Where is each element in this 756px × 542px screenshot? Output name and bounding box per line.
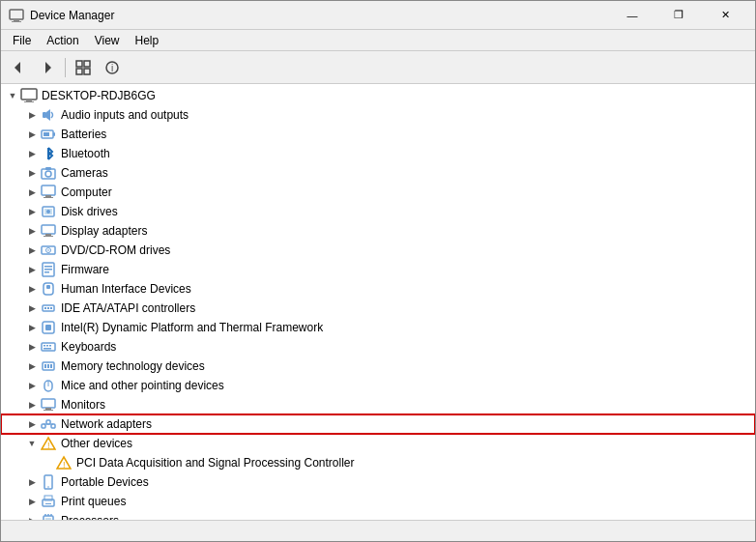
- expand-icon[interactable]: ▶: [24, 378, 40, 393]
- svg-rect-17: [44, 132, 49, 136]
- svg-text:!: !: [47, 441, 50, 450]
- svg-rect-20: [45, 167, 51, 170]
- list-item[interactable]: ▶ Processors: [1, 511, 755, 520]
- tree-root[interactable]: ▼ DESKTOP-RDJB6GG: [1, 86, 755, 105]
- list-item[interactable]: ▶ Print queues: [1, 492, 755, 511]
- expand-icon[interactable]: ▶: [24, 339, 40, 355]
- list-item[interactable]: ▶ Display adapters: [1, 221, 755, 241]
- memory-icon: [40, 357, 57, 375]
- bluetooth-icon: [40, 145, 57, 162]
- list-item[interactable]: ▶ Cameras: [1, 163, 755, 183]
- list-item[interactable]: ▶ ! PCI Data Acquisition and Signal Proc…: [1, 453, 755, 472]
- hid-icon: [40, 280, 57, 298]
- list-item[interactable]: ▶ Portable Devices: [1, 472, 755, 492]
- list-item[interactable]: ▶ DVD/CD-ROM drives: [1, 241, 755, 260]
- list-item[interactable]: ▶ Batteries: [1, 125, 755, 144]
- svg-rect-57: [45, 408, 51, 410]
- expand-icon[interactable]: ▶: [24, 397, 40, 413]
- item-label: Intel(R) Dynamic Platform and Thermal Fr…: [61, 321, 323, 334]
- list-item[interactable]: ▶ Human Interface Devices: [1, 279, 755, 299]
- list-item[interactable]: ▶ Memory technology devices: [1, 357, 755, 376]
- svg-rect-29: [44, 236, 53, 237]
- menu-action[interactable]: Action: [39, 32, 86, 49]
- expand-icon[interactable]: ▶: [24, 281, 40, 297]
- item-label: Mice and other pointing devices: [61, 379, 224, 392]
- svg-rect-56: [42, 399, 55, 408]
- item-label: Portable Devices: [61, 475, 149, 489]
- menu-help[interactable]: Help: [128, 32, 167, 49]
- pci-icon: !: [55, 454, 73, 471]
- menu-bar: File Action View Help: [1, 30, 755, 51]
- device-tree[interactable]: ▼ DESKTOP-RDJB6GG ▶: [1, 84, 755, 520]
- expand-icon[interactable]: ▶: [24, 513, 40, 520]
- list-item[interactable]: ▶ Intel(R) Dynamic Platform and Thermal …: [1, 318, 755, 337]
- expand-icon[interactable]: ▶: [24, 242, 40, 258]
- item-label: Audio inputs and outputs: [61, 108, 189, 122]
- list-item[interactable]: ▶ Computer: [1, 183, 755, 202]
- item-label: DVD/CD-ROM drives: [61, 243, 170, 257]
- close-button[interactable]: ✕: [703, 1, 747, 30]
- item-label: Firmware: [61, 263, 109, 276]
- disk-icon: [40, 203, 57, 220]
- network-adapters-item[interactable]: ▶ Network adapters: [1, 414, 755, 434]
- svg-rect-27: [42, 225, 55, 234]
- list-item[interactable]: ▶ Firmware: [1, 260, 755, 279]
- svg-rect-38: [46, 285, 50, 289]
- forward-button[interactable]: [34, 55, 61, 80]
- expand-icon[interactable]: ▶: [24, 127, 40, 142]
- dvd-icon: [40, 242, 57, 259]
- list-item[interactable]: ▶ Disk drives: [1, 202, 755, 221]
- list-item[interactable]: ▶ IDE ATA/ATAPI controllers: [1, 299, 755, 318]
- window-controls: — ❐ ✕: [610, 1, 747, 30]
- list-item[interactable]: ▶ Bluetooth: [1, 144, 755, 163]
- expand-icon[interactable]: ▶: [24, 204, 40, 219]
- back-button[interactable]: [5, 55, 32, 80]
- svg-rect-36: [44, 271, 49, 273]
- svg-rect-22: [45, 195, 51, 197]
- svg-point-19: [45, 171, 51, 177]
- print-icon: [40, 493, 57, 510]
- svg-rect-60: [46, 420, 50, 424]
- expand-icon[interactable]: ▶: [24, 107, 40, 123]
- svg-point-26: [46, 210, 50, 214]
- svg-rect-51: [44, 364, 46, 368]
- cameras-icon: [40, 164, 57, 182]
- expand-icon[interactable]: ▶: [24, 300, 40, 316]
- restore-button[interactable]: ❐: [656, 1, 701, 30]
- other-icon: !: [40, 435, 57, 452]
- svg-point-69: [47, 486, 49, 488]
- menu-file[interactable]: File: [5, 32, 39, 49]
- expand-icon[interactable]: ▶: [24, 165, 40, 181]
- svg-rect-59: [42, 424, 45, 428]
- item-label: Monitors: [61, 398, 105, 412]
- expand-icon[interactable]: ▶: [24, 185, 40, 200]
- expand-icon[interactable]: ▶: [24, 146, 40, 161]
- computer-icon: [40, 184, 57, 201]
- list-item[interactable]: ▶ Keyboards: [1, 337, 755, 357]
- list-item[interactable]: ▶ Audio inputs and outputs: [1, 105, 755, 125]
- expand-icon[interactable]: ▶: [24, 494, 40, 509]
- expand-icon[interactable]: ▶: [24, 223, 40, 239]
- list-item[interactable]: ▶ Mice and other pointing devices: [1, 376, 755, 395]
- firmware-icon: [40, 261, 57, 278]
- intel-icon: [40, 319, 57, 336]
- properties-button[interactable]: i: [99, 55, 126, 80]
- item-label: Batteries: [61, 128, 106, 141]
- device-manager-window: Device Manager — ❐ ✕ File Action View He…: [0, 0, 756, 542]
- item-label: PCI Data Acquisition and Signal Processi…: [76, 456, 354, 470]
- view-button[interactable]: [70, 55, 97, 80]
- menu-view[interactable]: View: [87, 32, 128, 49]
- expand-icon[interactable]: ▶: [24, 320, 40, 335]
- ide-icon: [40, 300, 57, 317]
- minimize-button[interactable]: —: [610, 1, 654, 30]
- root-expand-icon[interactable]: ▼: [5, 88, 20, 103]
- expand-icon[interactable]: ▶: [24, 474, 40, 490]
- expand-icon[interactable]: ▼: [24, 436, 40, 451]
- expand-icon[interactable]: ▶: [24, 358, 40, 374]
- expand-icon[interactable]: ▶: [24, 416, 40, 432]
- item-label: IDE ATA/ATAPI controllers: [61, 301, 195, 315]
- list-item[interactable]: ▼ ! Other devices: [1, 434, 755, 453]
- expand-icon[interactable]: ▶: [24, 262, 40, 277]
- list-item[interactable]: ▶ Monitors: [1, 395, 755, 414]
- svg-rect-28: [45, 234, 51, 236]
